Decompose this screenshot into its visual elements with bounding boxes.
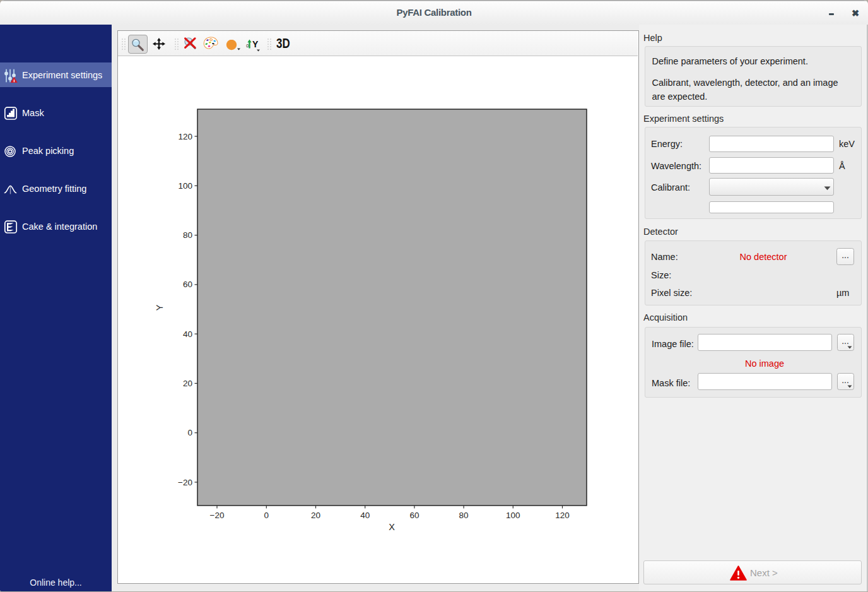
svg-text:120: 120 bbox=[555, 511, 570, 520]
svg-text:0: 0 bbox=[264, 511, 269, 520]
svg-text:100: 100 bbox=[506, 511, 520, 520]
svg-text:−20: −20 bbox=[210, 511, 225, 520]
svg-text:60: 60 bbox=[183, 280, 192, 289]
svg-text:0: 0 bbox=[246, 43, 249, 49]
svg-text:−20: −20 bbox=[178, 478, 192, 487]
svg-text:20: 20 bbox=[311, 511, 320, 520]
svg-text:20: 20 bbox=[183, 379, 192, 388]
svg-text:80: 80 bbox=[459, 511, 469, 520]
svg-text:0: 0 bbox=[187, 428, 192, 437]
svg-text:X: X bbox=[389, 522, 395, 532]
svg-text:40: 40 bbox=[360, 511, 370, 520]
svg-text:60: 60 bbox=[409, 511, 419, 520]
svg-text:Y: Y bbox=[252, 39, 259, 49]
svg-text:120: 120 bbox=[178, 132, 192, 141]
svg-text:40: 40 bbox=[183, 329, 192, 339]
svg-text:80: 80 bbox=[183, 230, 192, 240]
svg-text:Y: Y bbox=[155, 304, 165, 311]
svg-text:100: 100 bbox=[178, 181, 192, 191]
